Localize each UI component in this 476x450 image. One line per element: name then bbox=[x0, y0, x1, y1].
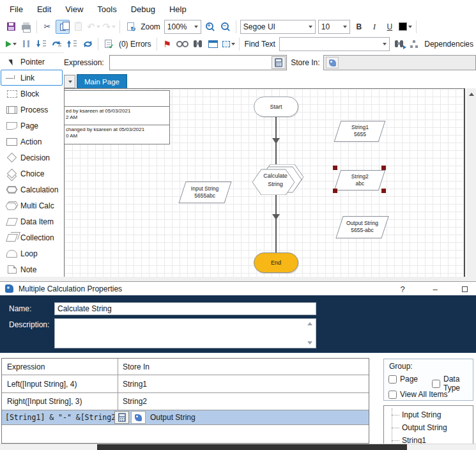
run-button[interactable] bbox=[4, 37, 18, 51]
data-item-input-string[interactable]: Input String5655abc bbox=[178, 182, 231, 203]
find-next-button[interactable] bbox=[392, 37, 406, 51]
tool-block[interactable]: Block bbox=[1, 86, 63, 102]
tree-item-output-string[interactable]: Output String bbox=[384, 421, 473, 434]
start-node[interactable]: Start bbox=[254, 97, 298, 117]
multi-calc-node-calculate-string[interactable]: CalculateString bbox=[252, 164, 303, 195]
menu-help[interactable]: Help bbox=[162, 2, 194, 17]
end-node[interactable]: End bbox=[254, 252, 298, 273]
dependencies-label[interactable]: Dependencies bbox=[424, 40, 473, 49]
horizontal-scrollbar[interactable] bbox=[0, 444, 476, 450]
store-in-cell[interactable]: Output String bbox=[148, 413, 196, 422]
checkbox-data-type[interactable] bbox=[432, 380, 440, 388]
store-in-cell[interactable]: String1 bbox=[118, 380, 147, 389]
search-button[interactable] bbox=[191, 37, 205, 51]
tool-process[interactable]: Process bbox=[1, 102, 63, 118]
errors-label[interactable]: (0) Errors bbox=[119, 40, 151, 49]
tool-decision[interactable]: Decision bbox=[1, 150, 63, 166]
font-size-select[interactable]: 10 bbox=[318, 20, 350, 34]
help-button[interactable]: ? bbox=[393, 283, 412, 295]
page-list-dropdown[interactable] bbox=[64, 75, 75, 88]
dialog-title-bar[interactable]: Multiple Calculation Properties ? – bbox=[0, 281, 476, 295]
validate-button[interactable]: ✓ bbox=[102, 37, 116, 51]
tool-link[interactable]: Link bbox=[1, 70, 63, 86]
bold-button[interactable]: B bbox=[352, 20, 366, 34]
table-row-selected[interactable]: [String1] & "-" &[String2] Output String bbox=[2, 410, 369, 425]
zoom-out-button[interactable] bbox=[219, 20, 233, 34]
find-text-input[interactable] bbox=[279, 37, 390, 51]
checkbox-view-all-items[interactable] bbox=[388, 391, 397, 399]
underline-button[interactable]: U bbox=[383, 20, 397, 34]
print-button[interactable] bbox=[19, 20, 33, 34]
tool-data-item[interactable]: Data Item bbox=[1, 213, 63, 229]
menu-edit[interactable]: Edit bbox=[30, 2, 58, 17]
expression-editor-button[interactable] bbox=[114, 411, 129, 424]
zoom-select[interactable]: 100% bbox=[164, 20, 201, 34]
fullscreen-button[interactable] bbox=[206, 37, 220, 51]
pause-button[interactable] bbox=[19, 37, 33, 51]
paste-button[interactable] bbox=[71, 20, 85, 34]
expression-cell[interactable]: Right([Input String], 3) bbox=[2, 397, 118, 406]
tool-multi-calc[interactable]: Multi Calc bbox=[1, 198, 63, 213]
checkbox-page[interactable] bbox=[388, 375, 397, 384]
scrollbar-thumb[interactable] bbox=[97, 444, 407, 450]
link-calc-to-end[interactable] bbox=[275, 195, 277, 252]
minimize-button[interactable]: – bbox=[426, 283, 445, 295]
step-into-button[interactable] bbox=[35, 37, 49, 51]
tool-calculation[interactable]: Calculation bbox=[1, 182, 63, 198]
scroll-down-icon[interactable] bbox=[307, 341, 312, 345]
watch-button[interactable] bbox=[176, 37, 190, 51]
table-row[interactable]: Right([Input String], 3) String2 bbox=[2, 393, 369, 410]
font-family-select[interactable]: Segoe UI bbox=[240, 20, 316, 34]
italic-button[interactable]: I bbox=[367, 20, 381, 34]
maximize-button[interactable] bbox=[455, 283, 474, 295]
store-in-cell[interactable]: String2 bbox=[118, 397, 147, 406]
tool-loop[interactable]: Loop bbox=[1, 245, 63, 261]
tool-pointer[interactable]: Pointer bbox=[1, 54, 63, 70]
cut-button[interactable]: ✂ bbox=[40, 20, 54, 34]
table-row[interactable]: Left([Input String], 4) String1 bbox=[2, 375, 369, 393]
menu-debug[interactable]: Debug bbox=[124, 2, 162, 17]
expression-input[interactable] bbox=[109, 55, 287, 70]
canvas-vertical-scrollbar[interactable] bbox=[466, 88, 476, 277]
selection-handle[interactable] bbox=[333, 189, 337, 193]
expression-cell[interactable]: Left([Input String], 4) bbox=[2, 380, 118, 389]
description-field[interactable] bbox=[54, 318, 316, 348]
tool-collection[interactable]: Collection bbox=[1, 229, 63, 245]
data-item-output-string[interactable]: Output String5655-abc bbox=[335, 216, 388, 238]
step-over-button[interactable] bbox=[50, 37, 64, 51]
undo-button[interactable]: ↶ bbox=[86, 20, 101, 34]
tree-item-input-string[interactable]: Input String bbox=[384, 408, 473, 421]
tab-main-page[interactable]: Main Page bbox=[77, 74, 127, 88]
step-out-button[interactable] bbox=[65, 37, 79, 51]
chevron-down-icon bbox=[408, 26, 412, 28]
store-in-tag-button[interactable] bbox=[131, 411, 146, 424]
tool-note[interactable]: Note bbox=[1, 261, 63, 277]
font-color-button[interactable] bbox=[398, 20, 413, 34]
expression-editor-button[interactable] bbox=[272, 56, 286, 69]
reset-button[interactable] bbox=[81, 37, 95, 51]
menu-file[interactable]: File bbox=[3, 2, 30, 17]
menu-view[interactable]: View bbox=[58, 2, 90, 17]
redo-button[interactable]: ↷ bbox=[102, 20, 117, 34]
selection-handle[interactable] bbox=[381, 189, 386, 193]
copy-button[interactable] bbox=[56, 20, 70, 34]
selection-handle[interactable] bbox=[381, 166, 386, 170]
data-item-string2-selected[interactable]: String2abc bbox=[334, 170, 385, 190]
process-canvas[interactable]: ed by ksareen at 05/03/20212 AM changed … bbox=[64, 88, 465, 277]
tool-action[interactable]: Action bbox=[1, 134, 63, 150]
tool-choice[interactable]: Choice bbox=[1, 166, 63, 182]
menu-tools[interactable]: Tools bbox=[90, 2, 123, 17]
select-region-button[interactable] bbox=[222, 37, 236, 51]
scroll-up-icon[interactable] bbox=[307, 322, 312, 325]
dependencies-button[interactable] bbox=[407, 37, 421, 51]
refresh-page-button[interactable] bbox=[123, 20, 137, 34]
save-button[interactable] bbox=[4, 20, 18, 34]
expression-cell-editing[interactable]: [String1] & "-" &[String2] bbox=[2, 413, 114, 422]
name-field[interactable] bbox=[54, 302, 316, 315]
breakpoint-button[interactable]: ⚑ bbox=[160, 37, 174, 51]
tool-page[interactable]: Page bbox=[1, 118, 63, 134]
zoom-in-button[interactable] bbox=[203, 20, 217, 34]
data-item-string1[interactable]: String15655 bbox=[334, 121, 386, 142]
store-in-input[interactable] bbox=[323, 55, 476, 70]
selection-handle[interactable] bbox=[333, 166, 337, 170]
